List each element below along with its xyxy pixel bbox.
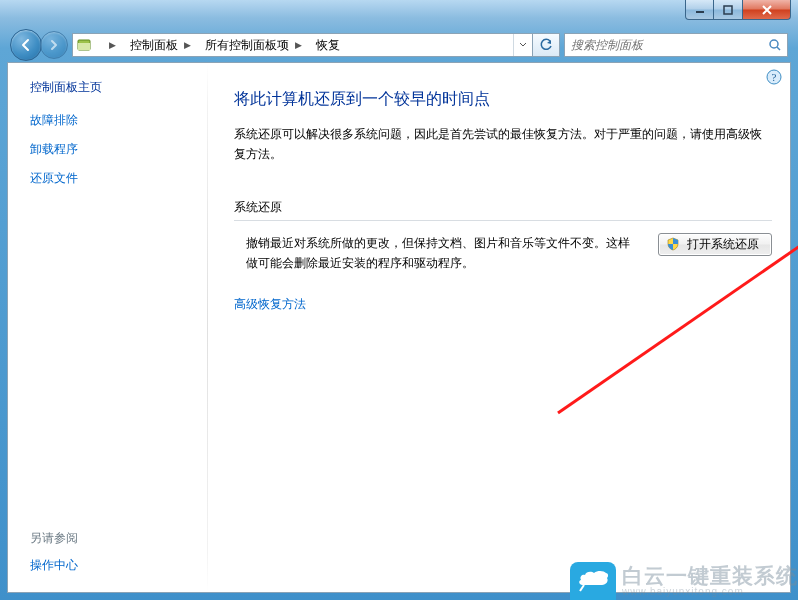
minimize-icon: [695, 5, 705, 15]
section-description: 撤销最近对系统所做的更改，但保持文档、图片和音乐等文件不变。这样做可能会删除最近…: [234, 233, 658, 274]
breadcrumb-item-0[interactable]: 控制面板▶: [122, 34, 197, 56]
sidebar-link-action-center[interactable]: 操作中心: [30, 557, 194, 574]
breadcrumb-label: 控制面板: [130, 37, 178, 54]
sidebar-home[interactable]: 控制面板主页: [30, 79, 194, 96]
help-icon: ?: [766, 69, 782, 85]
refresh-button[interactable]: [532, 34, 559, 56]
breadcrumb-label: 所有控制面板项: [205, 37, 289, 54]
search-box[interactable]: [564, 33, 788, 57]
divider: [234, 220, 772, 221]
maximize-button[interactable]: [714, 0, 743, 20]
breadcrumb-label: 恢复: [316, 37, 340, 54]
close-icon: [761, 5, 773, 15]
arrow-left-icon: [18, 37, 34, 53]
open-system-restore-button[interactable]: 打开系统还原: [658, 233, 772, 256]
svg-point-4: [770, 40, 778, 48]
svg-rect-1: [724, 6, 732, 14]
breadcrumb-root-chevron[interactable]: ▶: [95, 34, 122, 56]
intro-text: 系统还原可以解决很多系统问题，因此是首先尝试的最佳恢复方法。对于严重的问题，请使…: [234, 124, 772, 165]
search-icon[interactable]: [763, 38, 787, 52]
minimize-button[interactable]: [685, 0, 714, 20]
address-dropdown[interactable]: [513, 34, 532, 56]
close-button[interactable]: [743, 0, 791, 20]
refresh-icon: [539, 38, 553, 52]
sidebar-link-restore-files[interactable]: 还原文件: [30, 170, 194, 187]
sidebar-link-troubleshoot[interactable]: 故障排除: [30, 112, 194, 129]
help-button[interactable]: ?: [766, 69, 782, 85]
see-also-header: 另请参阅: [30, 530, 194, 547]
breadcrumb-item-2[interactable]: 恢复: [308, 34, 346, 56]
location-icon: [73, 34, 95, 56]
search-input[interactable]: [565, 38, 763, 52]
breadcrumb-item-1[interactable]: 所有控制面板项▶: [197, 34, 308, 56]
sidebar: 控制面板主页 故障排除 卸载程序 还原文件 另请参阅 操作中心: [8, 63, 208, 592]
page-title: 将此计算机还原到一个较早的时间点: [234, 89, 772, 110]
svg-rect-3: [78, 43, 90, 50]
button-label: 打开系统还原: [687, 236, 759, 253]
navigation-bar: ▶ 控制面板▶ 所有控制面板项▶ 恢复: [10, 31, 788, 59]
svg-rect-0: [696, 11, 704, 13]
chevron-down-icon: [519, 41, 527, 49]
main-content: ? 将此计算机还原到一个较早的时间点 系统还原可以解决很多系统问题，因此是首先尝…: [208, 63, 790, 592]
forward-button[interactable]: [40, 31, 68, 59]
maximize-icon: [723, 5, 733, 15]
back-button[interactable]: [10, 29, 42, 61]
advanced-recovery-link[interactable]: 高级恢复方法: [234, 296, 306, 313]
section-header: 系统还原: [234, 199, 772, 216]
svg-text:?: ?: [772, 71, 777, 83]
breadcrumb-bar[interactable]: ▶ 控制面板▶ 所有控制面板项▶ 恢复: [72, 33, 560, 57]
sidebar-link-uninstall[interactable]: 卸载程序: [30, 141, 194, 158]
arrow-right-icon: [47, 38, 61, 52]
shield-icon: [665, 236, 681, 252]
